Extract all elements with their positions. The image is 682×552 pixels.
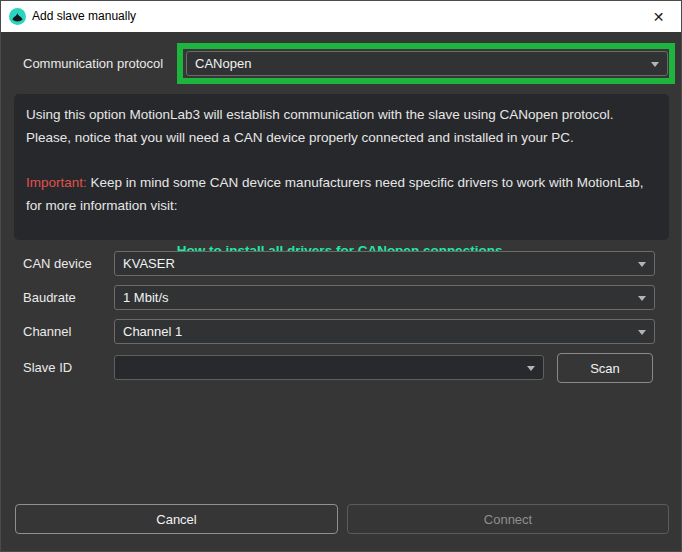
- info-paragraph-2: Important: Keep in mind some CAN device …: [26, 171, 657, 217]
- chevron-down-icon: [638, 330, 646, 335]
- cancel-button[interactable]: Cancel: [15, 504, 338, 534]
- baudrate-dropdown[interactable]: 1 Mbit/s: [114, 285, 655, 310]
- info-paragraph-1: Using this option MotionLab3 will establ…: [26, 103, 657, 149]
- chevron-down-icon: [527, 366, 535, 371]
- channel-value: Channel 1: [123, 324, 182, 339]
- connect-button[interactable]: Connect: [347, 504, 669, 534]
- protocol-label: Communication protocol: [23, 51, 163, 76]
- app-logo-icon: [9, 8, 26, 25]
- scan-button[interactable]: Scan: [557, 353, 653, 383]
- can-device-dropdown[interactable]: KVASER: [114, 251, 655, 276]
- can-device-value: KVASER: [123, 256, 175, 271]
- info-spacer: [26, 217, 657, 239]
- close-icon[interactable]: ✕: [636, 1, 681, 32]
- highlight-annotation: [177, 43, 675, 84]
- info-paragraph-2-text: Keep in mind some CAN device manufacture…: [26, 175, 644, 213]
- titlebar: Add slave manually ✕: [1, 1, 681, 32]
- baudrate-label: Baudrate: [23, 285, 76, 310]
- add-slave-dialog: Add slave manually ✕ Communication proto…: [0, 0, 682, 552]
- info-panel: Using this option MotionLab3 will establ…: [14, 94, 669, 240]
- can-device-label: CAN device: [23, 251, 92, 276]
- channel-label: Channel: [23, 319, 71, 344]
- chevron-down-icon: [638, 262, 646, 267]
- channel-dropdown[interactable]: Channel 1: [114, 319, 655, 344]
- important-label: Important:: [26, 175, 87, 190]
- chevron-down-icon: [638, 296, 646, 301]
- slave-id-dropdown[interactable]: [114, 355, 544, 380]
- info-spacer: [26, 149, 657, 171]
- slave-id-label: Slave ID: [23, 355, 72, 380]
- window-title: Add slave manually: [32, 1, 136, 32]
- baudrate-value: 1 Mbit/s: [123, 290, 169, 305]
